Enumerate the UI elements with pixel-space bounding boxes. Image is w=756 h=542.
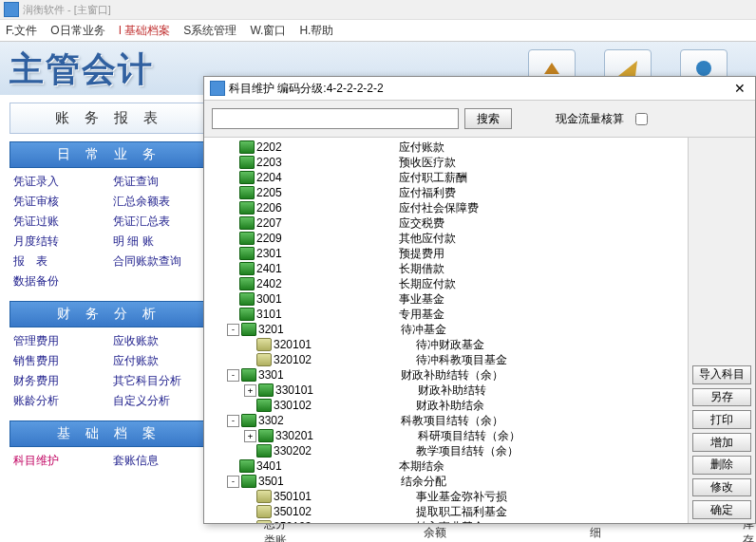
tree-label: 长期应付款 [399, 276, 456, 292]
menu-item[interactable]: I 基础档案 [119, 23, 171, 39]
sidebar-link[interactable]: 凭证过账 [13, 214, 105, 230]
tree-row[interactable]: 320102待冲科教项目基金 [204, 352, 688, 367]
sidebar-link[interactable]: 科目维护 [13, 453, 105, 469]
sidebar-link[interactable]: 凭证汇总表 [113, 214, 205, 230]
tree-row[interactable]: 2203预收医疗款 [204, 155, 688, 170]
dialog-button[interactable]: 增加 [692, 433, 751, 452]
sidebar-section-header[interactable]: 日 常 业 务 [9, 141, 209, 168]
tree-row[interactable]: -3501结余分配 [204, 474, 688, 489]
menu-item[interactable]: S系统管理 [183, 23, 236, 39]
cashflow-checkbox[interactable] [635, 113, 648, 125]
folder-icon [239, 156, 255, 169]
collapse-icon[interactable]: - [227, 415, 239, 427]
tree-row[interactable]: 2206应付社会保障费 [204, 200, 688, 215]
subject-tree[interactable]: 2202应付账款2203预收医疗款2204应付职工薪酬2205应付福利费2206… [204, 138, 688, 523]
tree-row[interactable]: 2209其他应付款 [204, 231, 688, 246]
dialog-button-column: 导入科目另存打印增加删除修改确定 [688, 138, 755, 523]
tree-label: 教学项目结转（余） [416, 443, 519, 459]
tree-row[interactable]: 2202应付账款 [204, 140, 688, 155]
sidebar-link[interactable]: 报 表 [13, 253, 105, 270]
expand-icon[interactable]: + [244, 430, 256, 442]
sidebar-link[interactable]: 凭证录入 [13, 174, 105, 190]
dialog-button[interactable]: 确定 [692, 500, 751, 519]
tree-row[interactable]: -3301财政补助结转（余） [204, 367, 688, 383]
folder-icon [256, 444, 272, 458]
tree-row[interactable]: 2301预提费用 [204, 246, 688, 261]
folder-icon [258, 383, 274, 397]
folder-icon [239, 277, 255, 290]
menu-item[interactable]: W.窗口 [250, 23, 286, 39]
menu-item[interactable]: O日常业务 [50, 23, 104, 39]
folder-icon [239, 459, 255, 473]
close-icon[interactable]: ✕ [730, 81, 749, 96]
collapse-icon[interactable]: - [227, 369, 239, 382]
collapse-icon[interactable]: - [227, 476, 239, 488]
sidebar-link[interactable]: 汇总余额表 [113, 194, 205, 210]
sidebar-section-header[interactable]: 财 务 分 析 [9, 301, 209, 327]
tree-label: 预提费用 [399, 246, 444, 262]
dialog-title: 科目维护 编码分级:4-2-2-2-2-2 [229, 81, 384, 97]
sidebar-section-header[interactable]: 基 础 档 案 [9, 421, 209, 447]
sidebar-link[interactable]: 自定义分析 [113, 393, 205, 409]
tree-code: 350101 [274, 490, 416, 503]
tree-row[interactable]: 2402长期应付款 [204, 276, 688, 291]
folder-icon [239, 292, 255, 306]
search-button[interactable]: 搜索 [464, 108, 512, 129]
tree-row[interactable]: 2401长期借款 [204, 261, 688, 276]
dialog-button[interactable]: 打印 [692, 410, 751, 429]
tree-row[interactable]: 350102提取职工福利基金 [204, 504, 688, 519]
sidebar-link[interactable]: 其它科目分析 [113, 373, 205, 389]
sidebar-link[interactable]: 月度结转 [13, 234, 105, 250]
expand-icon[interactable]: + [244, 384, 256, 397]
tree-row[interactable]: 320101待冲财政基金 [204, 337, 688, 352]
tree-row[interactable]: -3201待冲基金 [204, 322, 688, 337]
tree-row[interactable]: 330102财政补助结余 [204, 398, 688, 413]
sidebar-link[interactable]: 账龄分析 [13, 393, 105, 409]
dialog-toolbar: 搜索 现金流量核算 [204, 101, 755, 137]
menu-item[interactable]: H.帮助 [299, 23, 333, 39]
dialog-button[interactable]: 修改 [692, 478, 751, 497]
sidebar-link[interactable]: 应收账款 [113, 333, 205, 349]
dialog-button[interactable]: 另存 [692, 388, 751, 407]
sidebar-link[interactable]: 套账信息 [113, 453, 205, 469]
tree-row[interactable]: 2207应交税费 [204, 215, 688, 231]
search-input[interactable] [212, 108, 459, 129]
tree-row[interactable]: -3302科教项目结转（余） [204, 413, 688, 428]
tree-row[interactable]: 350103转入事业基金 [204, 519, 688, 523]
dialog-button[interactable]: 删除 [692, 456, 751, 475]
tree-label: 事业基金 [399, 291, 444, 308]
sidebar-link[interactable]: 凭证审核 [13, 194, 105, 210]
menu-item[interactable]: F.文件 [6, 23, 37, 39]
tree-row[interactable]: 3001事业基金 [204, 291, 688, 307]
sidebar-link[interactable]: 明 细 账 [113, 234, 205, 250]
sidebar-link[interactable]: 销售费用 [13, 353, 105, 369]
tree-label: 应付账款 [399, 140, 444, 156]
sidebar-link[interactable]: 凭证查询 [113, 174, 205, 190]
sidebar-link[interactable]: 管理费用 [13, 333, 105, 349]
dialog-icon [210, 81, 225, 96]
tree-label: 财政补助结转 [418, 383, 486, 399]
app-icon [4, 2, 19, 17]
tree-row[interactable]: +330101财政补助结转 [204, 383, 688, 398]
tree-row[interactable]: 2204应付职工薪酬 [204, 170, 688, 185]
tree-row[interactable]: 3401本期结余 [204, 458, 688, 474]
tree-row[interactable]: 330202教学项目结转（余） [204, 443, 688, 458]
tree-row[interactable]: +330201科研项目结转（余） [204, 428, 688, 443]
dialog-button[interactable]: 导入科目 [692, 365, 751, 384]
tree-label: 结余分配 [401, 474, 446, 490]
sidebar-link[interactable]: 应付账款 [113, 353, 205, 369]
tree-label: 预收医疗款 [399, 155, 456, 171]
svg-point-0 [696, 61, 711, 76]
tree-row[interactable]: 2205应付福利费 [204, 185, 688, 200]
tree-row[interactable]: 3101专用基金 [204, 307, 688, 322]
tree-code: 2401 [256, 262, 399, 275]
sidebar-link[interactable]: 财务费用 [13, 373, 105, 389]
collapse-icon[interactable]: - [227, 324, 239, 336]
sidebar-link[interactable]: 数据备份 [13, 273, 205, 290]
sidebar-link[interactable]: 合同账款查询 [113, 253, 205, 270]
tree-label: 提取职工福利基金 [416, 504, 507, 520]
tree-label: 专用基金 [399, 307, 444, 323]
tree-row[interactable]: 350101事业基金弥补亏损 [204, 489, 688, 504]
tree-code: 3301 [258, 368, 401, 382]
folder-icon [239, 232, 255, 245]
